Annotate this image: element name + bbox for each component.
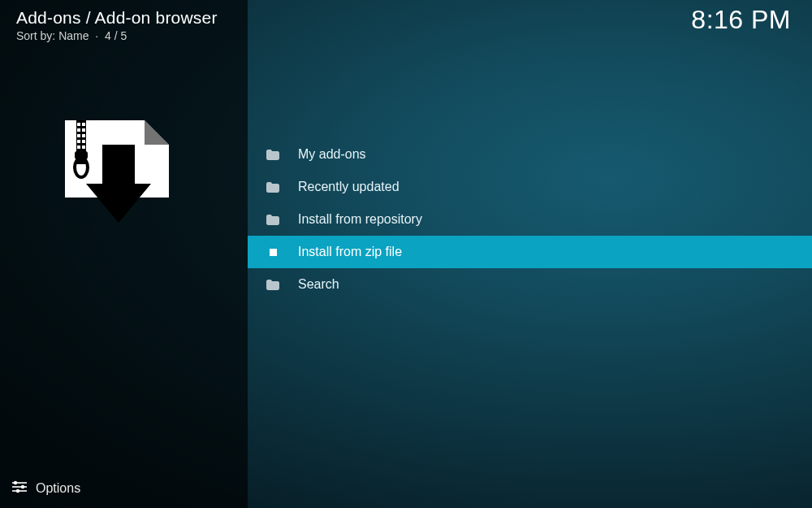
menu-item-install-from-repository[interactable]: Install from repository: [248, 203, 812, 236]
menu-item-search[interactable]: Search: [248, 268, 812, 301]
sort-value: Name: [58, 29, 89, 42]
svg-rect-5: [77, 134, 80, 137]
folder-icon: [266, 150, 280, 160]
menu-item-label: Install from zip file: [298, 245, 402, 259]
position-indicator: 4 / 5: [105, 29, 127, 42]
sidebar: Add-ons / Add-on browser Sort by: Name ·…: [0, 0, 248, 508]
options-button[interactable]: Options: [0, 471, 248, 508]
menu-item-label: My add-ons: [298, 147, 366, 162]
header: Add-ons / Add-on browser Sort by: Name ·…: [0, 0, 248, 47]
svg-rect-1: [77, 123, 80, 126]
folder-icon: [266, 182, 280, 193]
sliders-icon: [11, 480, 28, 497]
sort-label: Sort by:: [16, 29, 55, 42]
menu-list: My add-onsRecently updatedInstall from r…: [248, 138, 812, 301]
sort-info: Sort by: Name · 4 / 5: [16, 29, 231, 42]
folder-icon: [266, 280, 280, 290]
svg-rect-7: [77, 140, 80, 143]
svg-rect-10: [82, 145, 85, 149]
menu-item-label: Install from repository: [298, 212, 422, 227]
menu-item-label: Search: [298, 277, 339, 292]
menu-item-my-add-ons[interactable]: My add-ons: [248, 138, 812, 171]
zip-file-icon: [266, 249, 280, 256]
svg-point-17: [21, 485, 24, 488]
svg-rect-6: [82, 134, 85, 137]
svg-rect-9: [77, 145, 80, 149]
svg-rect-8: [82, 140, 85, 143]
options-label: Options: [36, 481, 80, 496]
sidebar-art: [0, 47, 248, 229]
svg-rect-4: [82, 128, 85, 132]
svg-point-18: [16, 489, 19, 493]
svg-point-16: [14, 481, 17, 484]
clock: 8:16 PM: [691, 5, 791, 35]
menu-item-label: Recently updated: [298, 180, 400, 194]
breadcrumb: Add-ons / Add-on browser: [16, 8, 231, 28]
svg-rect-2: [82, 123, 85, 126]
menu-item-install-from-zip-file[interactable]: Install from zip file: [248, 236, 812, 268]
svg-rect-3: [77, 128, 80, 132]
menu-item-recently-updated[interactable]: Recently updated: [248, 171, 812, 203]
zip-download-icon: [57, 215, 171, 228]
folder-icon: [266, 215, 280, 225]
